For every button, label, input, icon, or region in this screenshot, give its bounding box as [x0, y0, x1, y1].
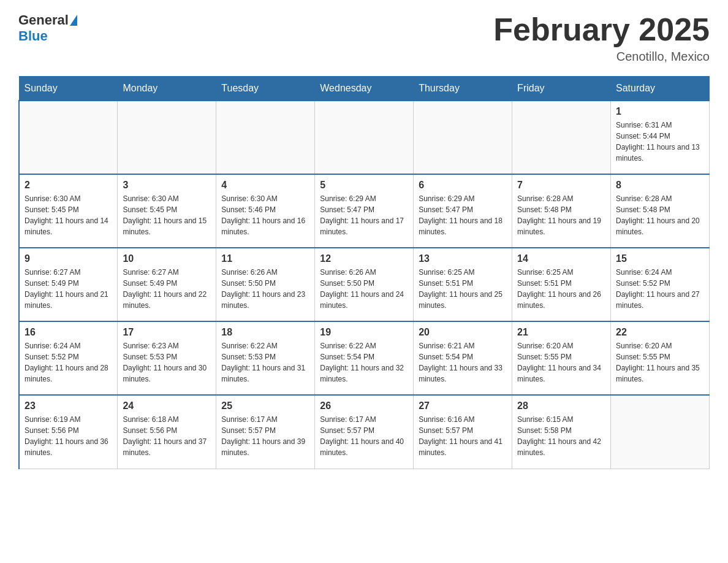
calendar-week-row: 9Sunrise: 6:27 AM Sunset: 5:49 PM Daylig… — [19, 248, 710, 321]
calendar-day-cell — [19, 101, 118, 174]
day-info: Sunrise: 6:23 AM Sunset: 5:53 PM Dayligh… — [123, 340, 211, 385]
calendar-day-cell: 4Sunrise: 6:30 AM Sunset: 5:46 PM Daylig… — [216, 174, 315, 248]
day-info: Sunrise: 6:28 AM Sunset: 5:48 PM Dayligh… — [616, 193, 704, 237]
day-info: Sunrise: 6:19 AM Sunset: 5:56 PM Dayligh… — [25, 414, 112, 458]
page-title: February 2025 — [493, 12, 710, 47]
day-number: 25 — [221, 400, 309, 412]
page-header: General Blue February 2025 Cenotillo, Me… — [18, 12, 710, 64]
day-info: Sunrise: 6:20 AM Sunset: 5:55 PM Dayligh… — [517, 340, 605, 385]
calendar-body: 1Sunrise: 6:31 AM Sunset: 5:44 PM Daylig… — [19, 101, 710, 469]
day-number: 3 — [123, 180, 211, 191]
calendar-day-cell: 10Sunrise: 6:27 AM Sunset: 5:49 PM Dayli… — [118, 248, 216, 321]
calendar-day-cell: 22Sunrise: 6:20 AM Sunset: 5:55 PM Dayli… — [611, 321, 710, 395]
day-info: Sunrise: 6:25 AM Sunset: 5:51 PM Dayligh… — [419, 267, 507, 311]
calendar-day-cell: 6Sunrise: 6:29 AM Sunset: 5:47 PM Daylig… — [414, 174, 512, 248]
calendar-day-cell: 25Sunrise: 6:17 AM Sunset: 5:57 PM Dayli… — [216, 395, 315, 469]
day-number: 15 — [616, 253, 704, 264]
day-number: 12 — [320, 253, 408, 264]
calendar-day-cell — [118, 101, 216, 174]
logo-general-text: General — [18, 12, 69, 28]
day-number: 28 — [517, 400, 605, 412]
calendar-day-cell: 12Sunrise: 6:26 AM Sunset: 5:50 PM Dayli… — [315, 248, 414, 321]
calendar-header: SundayMondayTuesdayWednesdayThursdayFrid… — [19, 77, 710, 101]
day-info: Sunrise: 6:16 AM Sunset: 5:57 PM Dayligh… — [419, 414, 507, 458]
day-info: Sunrise: 6:24 AM Sunset: 5:52 PM Dayligh… — [616, 267, 704, 311]
day-info: Sunrise: 6:30 AM Sunset: 5:45 PM Dayligh… — [25, 193, 112, 237]
title-block: February 2025 Cenotillo, Mexico — [493, 12, 710, 64]
day-number: 17 — [123, 327, 211, 338]
header-friday: Friday — [512, 77, 611, 101]
calendar-day-cell: 21Sunrise: 6:20 AM Sunset: 5:55 PM Dayli… — [512, 321, 611, 395]
logo-triangle-icon — [70, 15, 77, 26]
logo: General Blue — [18, 12, 77, 44]
day-number: 22 — [616, 327, 704, 338]
day-number: 9 — [25, 253, 112, 264]
header-saturday: Saturday — [611, 77, 710, 101]
header-wednesday: Wednesday — [315, 77, 414, 101]
day-number: 1 — [616, 106, 704, 117]
day-number: 24 — [123, 400, 211, 412]
calendar-table: SundayMondayTuesdayWednesdayThursdayFrid… — [18, 76, 710, 469]
day-info: Sunrise: 6:27 AM Sunset: 5:49 PM Dayligh… — [123, 267, 211, 311]
calendar-day-cell — [216, 101, 315, 174]
calendar-day-cell — [414, 101, 512, 174]
day-info: Sunrise: 6:31 AM Sunset: 5:44 PM Dayligh… — [616, 120, 704, 164]
day-number: 6 — [419, 180, 507, 191]
day-number: 23 — [25, 400, 112, 412]
day-number: 16 — [25, 327, 112, 338]
header-tuesday: Tuesday — [216, 77, 315, 101]
day-number: 10 — [123, 253, 211, 264]
day-info: Sunrise: 6:22 AM Sunset: 5:53 PM Dayligh… — [221, 340, 309, 385]
calendar-day-cell: 14Sunrise: 6:25 AM Sunset: 5:51 PM Dayli… — [512, 248, 611, 321]
day-number: 7 — [517, 180, 605, 191]
day-number: 21 — [517, 327, 605, 338]
day-number: 18 — [221, 327, 309, 338]
header-monday: Monday — [118, 77, 216, 101]
calendar-day-cell: 16Sunrise: 6:24 AM Sunset: 5:52 PM Dayli… — [19, 321, 118, 395]
calendar-day-cell: 19Sunrise: 6:22 AM Sunset: 5:54 PM Dayli… — [315, 321, 414, 395]
calendar-day-cell: 26Sunrise: 6:17 AM Sunset: 5:57 PM Dayli… — [315, 395, 414, 469]
day-number: 19 — [320, 327, 408, 338]
header-thursday: Thursday — [414, 77, 512, 101]
calendar-day-cell: 24Sunrise: 6:18 AM Sunset: 5:56 PM Dayli… — [118, 395, 216, 469]
day-info: Sunrise: 6:18 AM Sunset: 5:56 PM Dayligh… — [123, 414, 211, 458]
day-number: 4 — [221, 180, 309, 191]
calendar-week-row: 23Sunrise: 6:19 AM Sunset: 5:56 PM Dayli… — [19, 395, 710, 469]
calendar-day-cell: 17Sunrise: 6:23 AM Sunset: 5:53 PM Dayli… — [118, 321, 216, 395]
calendar-day-cell: 5Sunrise: 6:29 AM Sunset: 5:47 PM Daylig… — [315, 174, 414, 248]
day-info: Sunrise: 6:26 AM Sunset: 5:50 PM Dayligh… — [320, 267, 408, 311]
header-row: SundayMondayTuesdayWednesdayThursdayFrid… — [19, 77, 710, 101]
calendar-day-cell: 9Sunrise: 6:27 AM Sunset: 5:49 PM Daylig… — [19, 248, 118, 321]
day-number: 5 — [320, 180, 408, 191]
calendar-day-cell: 3Sunrise: 6:30 AM Sunset: 5:45 PM Daylig… — [118, 174, 216, 248]
calendar-day-cell: 7Sunrise: 6:28 AM Sunset: 5:48 PM Daylig… — [512, 174, 611, 248]
day-info: Sunrise: 6:15 AM Sunset: 5:58 PM Dayligh… — [517, 414, 605, 458]
day-info: Sunrise: 6:20 AM Sunset: 5:55 PM Dayligh… — [616, 340, 704, 385]
calendar-day-cell: 13Sunrise: 6:25 AM Sunset: 5:51 PM Dayli… — [414, 248, 512, 321]
day-number: 27 — [419, 400, 507, 412]
calendar-day-cell: 11Sunrise: 6:26 AM Sunset: 5:50 PM Dayli… — [216, 248, 315, 321]
day-number: 20 — [419, 327, 507, 338]
day-number: 8 — [616, 180, 704, 191]
calendar-day-cell: 28Sunrise: 6:15 AM Sunset: 5:58 PM Dayli… — [512, 395, 611, 469]
calendar-week-row: 2Sunrise: 6:30 AM Sunset: 5:45 PM Daylig… — [19, 174, 710, 248]
calendar-day-cell — [315, 101, 414, 174]
calendar-day-cell: 8Sunrise: 6:28 AM Sunset: 5:48 PM Daylig… — [611, 174, 710, 248]
day-info: Sunrise: 6:17 AM Sunset: 5:57 PM Dayligh… — [320, 414, 408, 458]
day-number: 11 — [221, 253, 309, 264]
day-info: Sunrise: 6:29 AM Sunset: 5:47 PM Dayligh… — [419, 193, 507, 237]
calendar-week-row: 16Sunrise: 6:24 AM Sunset: 5:52 PM Dayli… — [19, 321, 710, 395]
calendar-day-cell — [512, 101, 611, 174]
calendar-day-cell: 1Sunrise: 6:31 AM Sunset: 5:44 PM Daylig… — [611, 101, 710, 174]
day-number: 13 — [419, 253, 507, 264]
calendar-day-cell: 15Sunrise: 6:24 AM Sunset: 5:52 PM Dayli… — [611, 248, 710, 321]
day-number: 14 — [517, 253, 605, 264]
day-info: Sunrise: 6:22 AM Sunset: 5:54 PM Dayligh… — [320, 340, 408, 385]
calendar-day-cell: 20Sunrise: 6:21 AM Sunset: 5:54 PM Dayli… — [414, 321, 512, 395]
calendar-week-row: 1Sunrise: 6:31 AM Sunset: 5:44 PM Daylig… — [19, 101, 710, 174]
day-number: 2 — [25, 180, 112, 191]
calendar-day-cell: 18Sunrise: 6:22 AM Sunset: 5:53 PM Dayli… — [216, 321, 315, 395]
day-info: Sunrise: 6:30 AM Sunset: 5:45 PM Dayligh… — [123, 193, 211, 237]
header-sunday: Sunday — [19, 77, 118, 101]
day-info: Sunrise: 6:21 AM Sunset: 5:54 PM Dayligh… — [419, 340, 507, 385]
